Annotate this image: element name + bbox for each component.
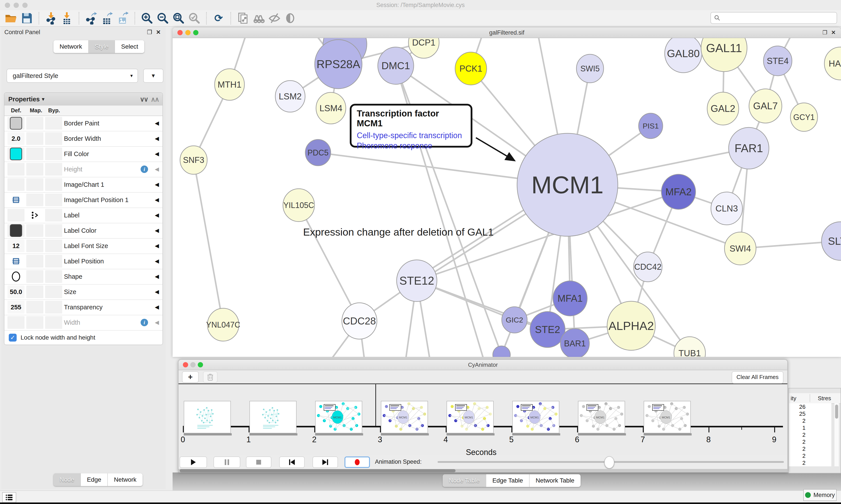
annotation-link[interactable]: Pheromone response [357,141,465,151]
table-row[interactable]: 2 [789,417,831,424]
close-panel-icon[interactable]: ✕ [156,29,161,36]
play-button[interactable] [180,456,207,468]
network-node-cdc28[interactable]: CDC28 [342,303,377,339]
zoom-out-icon[interactable] [156,12,169,25]
annotation-box[interactable]: Transcription factor MCM1 Cell-type-spec… [350,104,472,147]
default-value-cell[interactable] [7,209,24,221]
property-row-image-chart-position-1[interactable]: Image/Chart Position 1◀ [4,193,162,208]
expand-row-icon[interactable]: ◀ [155,289,159,295]
network-node-swi4[interactable]: SWI4 [724,232,756,265]
network-node-gic2[interactable]: GIC2 [502,307,527,333]
column-divider[interactable] [810,394,810,402]
expand-row-icon[interactable]: ◀ [155,242,159,249]
default-value-cell[interactable]: 2.0 [7,132,24,145]
network-node-gal2[interactable]: GAL2 [707,92,739,125]
property-row-size[interactable]: 50.0Size◀ [4,285,162,300]
slider-thumb[interactable] [604,456,614,469]
expand-row-icon[interactable]: ◀ [155,304,159,310]
task-history-button[interactable] [2,492,16,503]
frame-thumbnail-2[interactable]: MCM1 [315,401,362,433]
info-icon[interactable]: i [141,319,148,326]
float-panel-icon[interactable]: ❐ [147,29,152,36]
expand-row-icon[interactable]: ◀ [155,120,159,126]
default-value-cell[interactable] [7,224,24,237]
network-node-pdc5[interactable]: PDC5 [305,140,331,166]
import-network-icon[interactable] [44,12,58,25]
default-value-cell[interactable]: 12 [7,239,24,252]
default-value-cell[interactable] [7,255,24,268]
expand-row-icon[interactable]: ◀ [155,258,159,264]
mapping-cell[interactable] [26,163,43,176]
tab-edge-table[interactable]: Edge Table [486,474,530,487]
column-header-stress[interactable]: Stres [818,395,831,402]
property-row-transparency[interactable]: 255Transparency◀ [4,300,162,315]
network-titlebar[interactable]: galFiltered.sif ❐ ✕ [173,28,841,38]
network-node-swi5[interactable]: SWI5 [576,54,604,83]
network-node-mth1[interactable]: MTH1 [215,69,245,100]
search-input[interactable] [720,13,837,22]
network-node-pck1[interactable]: PCK1 [455,52,487,85]
table-scrollbar[interactable] [835,403,839,466]
network-node-ste4[interactable]: STE4 [764,46,792,76]
mapping-cell[interactable] [26,224,43,237]
skip-to-start-button[interactable] [279,456,305,468]
frame-thumbnail-1[interactable] [249,401,297,433]
default-value-cell[interactable] [7,178,24,191]
close-window-icon[interactable]: ✕ [831,29,836,36]
network-node-gcy1[interactable]: GCY1 [790,103,818,131]
clear-all-frames-button[interactable]: Clear All Frames [732,371,783,383]
property-row-border-paint[interactable]: Border Paint◀ [4,116,162,131]
bypass-cell[interactable] [45,255,62,268]
mapping-cell[interactable] [26,239,43,252]
mapping-cell[interactable] [26,270,43,283]
frame-thumbnail-4[interactable]: MCM1 [447,401,494,433]
property-row-image-chart-1[interactable]: Image/Chart 1◀ [4,177,162,193]
mapping-cell[interactable] [26,132,43,145]
export-table-icon[interactable] [100,12,114,25]
network-node-ste2[interactable]: STE2 [530,311,565,347]
expand-all-icon[interactable]: ∨∨ [140,95,148,103]
bypass-cell[interactable] [45,147,62,160]
default-value-cell[interactable] [7,270,24,283]
network-edge[interactable] [299,205,359,321]
expand-row-icon[interactable]: ◀ [155,197,159,203]
network-node-gal11[interactable]: GAL11 [701,38,747,72]
mapping-cell[interactable] [26,117,43,130]
network-node-gal7[interactable]: GAL7 [749,89,782,123]
zoom-in-icon[interactable] [140,12,154,25]
tab-edge[interactable]: Edge [81,473,108,486]
find-icon[interactable] [252,12,265,25]
default-value-cell[interactable] [7,117,24,130]
bypass-cell[interactable] [45,270,62,283]
expand-row-icon[interactable]: ◀ [155,151,159,157]
mapping-cell[interactable] [26,209,43,221]
text-annotation[interactable]: Expression change after deletion of GAL1 [303,226,494,238]
mapping-cell[interactable] [26,286,43,298]
property-row-label-position[interactable]: Label Position◀ [4,254,162,269]
network-node-bar1[interactable]: BAR1 [560,329,589,357]
frame-thumbnail-7[interactable]: MCM1 [644,401,691,433]
playhead[interactable] [375,384,376,426]
bypass-cell[interactable] [45,178,62,191]
default-value-cell[interactable] [7,316,24,329]
annotation-link[interactable]: Cell-type-specific transcription [357,130,465,141]
network-node-snf3[interactable]: SNF3 [180,146,207,174]
tab-node[interactable]: Node [53,473,81,486]
network-node-alpha2[interactable]: ALPHA2 [607,301,655,350]
tab-network[interactable]: Network [53,40,89,53]
frame-thumbnail-3[interactable]: MCM1 [381,401,428,433]
collapse-all-icon[interactable]: ∧∧ [151,95,159,103]
timeline-scrollbar[interactable] [179,469,787,472]
tab-select[interactable]: Select [115,40,144,53]
tab-style[interactable]: Style [89,40,115,53]
mapping-cell[interactable] [26,194,43,206]
network-node-dmc1[interactable]: DMC1 [378,47,414,84]
bypass-cell[interactable] [45,163,62,176]
mapping-cell[interactable] [26,301,43,313]
mapping-cell[interactable] [26,316,43,329]
table-row[interactable]: 2 [789,445,831,452]
network-node-tub1[interactable]: TUB1 [674,337,705,357]
frame-thumbnail-0[interactable] [184,401,231,433]
property-row-border-width[interactable]: 2.0Border Width◀ [4,131,162,147]
table-row[interactable]: 1 [789,424,831,431]
